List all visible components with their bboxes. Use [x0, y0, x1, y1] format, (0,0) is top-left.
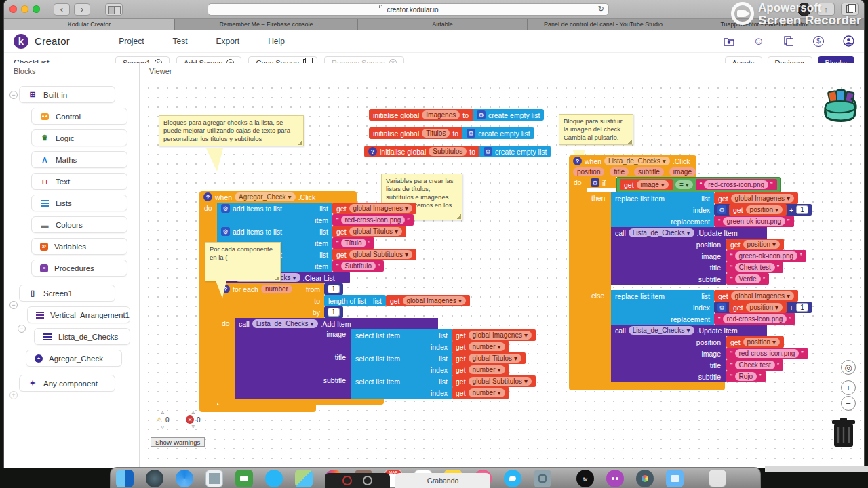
- menu-help[interactable]: Help: [268, 37, 285, 46]
- number-value[interactable]: 1: [796, 205, 808, 214]
- menu-test[interactable]: Test: [172, 37, 187, 46]
- close-window-button[interactable]: [9, 5, 17, 13]
- replace-list-item-block[interactable]: replace list itemlistgetglobal Imagenes▾…: [611, 192, 812, 227]
- variable-dropdown[interactable]: global Titulos▾: [469, 354, 521, 363]
- step-down-icon[interactable]: ▿: [192, 424, 195, 429]
- when-agregar-check-click-block[interactable]: ?whenAgregar_Check▾.Click do ⚙add items …: [199, 191, 536, 412]
- get-block[interactable]: getglobal Imagenes▾: [714, 290, 798, 302]
- variable-name-chip[interactable]: Subtitulos: [429, 147, 467, 156]
- plus-math-block[interactable]: ⚙getposition▾+1: [714, 302, 812, 313]
- mutator-gear-icon[interactable]: ⚙: [221, 204, 230, 213]
- collapse-screen1-icon[interactable]: −: [9, 301, 18, 309]
- variable-dropdown[interactable]: global Imagenes▾: [731, 194, 794, 203]
- forward-button[interactable]: ›: [74, 3, 90, 16]
- component-dropdown[interactable]: Lista_de_Checks▾: [252, 319, 318, 328]
- collapse-arrangement-icon[interactable]: −: [18, 325, 26, 333]
- refresh-icon[interactable]: ↻: [598, 5, 604, 14]
- expand-any-component-icon[interactable]: +: [9, 391, 18, 399]
- event-param-chip[interactable]: subtitle: [634, 167, 664, 176]
- variable-dropdown[interactable]: global Imagenes▾: [349, 204, 412, 213]
- tab-firebase[interactable]: Remember Me – Firebase console: [175, 19, 358, 30]
- mutator-gear-icon[interactable]: ⚙: [221, 227, 230, 236]
- event-param-chip[interactable]: image: [669, 167, 696, 176]
- variable-dropdown[interactable]: number▾: [469, 365, 505, 374]
- sidebar-item-any-component[interactable]: ✦Any component: [19, 375, 115, 392]
- loop-var-chip[interactable]: number: [261, 285, 292, 293]
- sidebar-item-logic[interactable]: ♛Logic: [31, 129, 127, 146]
- help-icon[interactable]: ?: [573, 157, 582, 165]
- sidebar-item-builtin[interactable]: ⊞Built-in: [19, 86, 115, 103]
- string-chip[interactable]: Verde: [735, 274, 761, 283]
- get-block[interactable]: getglobal Imagenes▾: [714, 192, 798, 204]
- dock-twitter-icon[interactable]: [504, 470, 521, 487]
- sidebar-item-text[interactable]: TTText: [31, 173, 127, 190]
- text-string-block[interactable]: “Verde”: [726, 273, 769, 285]
- event-param-chip[interactable]: position: [573, 167, 604, 176]
- sidebar-item-procedures[interactable]: ≡Procedures: [31, 260, 127, 277]
- get-block[interactable]: getposition▾: [729, 204, 787, 216]
- component-dropdown[interactable]: Agregar_Check▾: [235, 192, 296, 201]
- operator-dropdown[interactable]: =▾: [675, 180, 693, 189]
- sidebar-item-lists[interactable]: Lists: [31, 195, 127, 211]
- select-list-item-block[interactable]: select list itemlistgetglobal Titulos▾ i…: [351, 352, 526, 375]
- menu-export[interactable]: Export: [216, 37, 240, 46]
- back-button[interactable]: ‹: [54, 3, 70, 16]
- get-block[interactable]: getposition▾: [726, 239, 784, 250]
- update-item-call-block[interactable]: callLista_de_Checks▾.Update Item positio…: [611, 325, 812, 382]
- get-block[interactable]: getglobal Subtitulos▾: [452, 375, 536, 387]
- collapse-builtin-icon[interactable]: −: [9, 91, 18, 99]
- backpack-icon[interactable]: [821, 86, 859, 127]
- tab-overview-button[interactable]: [841, 3, 859, 16]
- mutator-gear-icon[interactable]: ⚙: [484, 147, 492, 156]
- select-list-item-block[interactable]: select list itemlistgetglobal Imagenes▾ …: [351, 329, 536, 352]
- number-block[interactable]: 1: [324, 306, 343, 318]
- variable-dropdown[interactable]: number▾: [469, 388, 505, 397]
- sidebar-item-vertical-arrangement[interactable]: Vertical_Arrangement1: [27, 306, 130, 323]
- variable-name-chip[interactable]: Titulos: [422, 129, 450, 138]
- variable-dropdown[interactable]: position▾: [746, 303, 783, 312]
- add-items-to-list-block[interactable]: ⚙add items to listlist getglobal Imagene…: [217, 203, 536, 214]
- menu-project[interactable]: Project: [119, 37, 144, 46]
- text-string-block[interactable]: “Check test”: [726, 359, 783, 371]
- dock-facetime-icon[interactable]: [235, 470, 253, 487]
- equals-comparison-block[interactable]: getimage▾ =▾ “red-cross-icon.png”: [616, 177, 781, 192]
- variable-dropdown[interactable]: global Titulos▾: [349, 227, 402, 236]
- dock-maps-icon[interactable]: [295, 470, 313, 487]
- text-string-block[interactable]: “Rojo”: [726, 371, 766, 382]
- add-item-call-block[interactable]: callLista_de_Checks▾.Add Item image sele…: [235, 318, 536, 399]
- tab-youtube-studio[interactable]: Panel de control del canal - YouTube Stu…: [528, 19, 679, 30]
- text-string-block[interactable]: “green-ok-icon.png”: [726, 250, 806, 262]
- dock-messages-icon[interactable]: [265, 470, 283, 487]
- variable-dropdown[interactable]: position▾: [743, 240, 781, 249]
- add-items-to-list-block[interactable]: ⚙add items to listlist getglobal Titulos…: [217, 226, 536, 237]
- init-global-titulos-block[interactable]: initialise globalTitulosto ⚙create empty…: [369, 127, 534, 139]
- update-item-call-block[interactable]: callLista_de_Checks▾.Update Item positio…: [611, 227, 812, 285]
- get-block[interactable]: getglobal Titulos▾: [332, 226, 406, 237]
- help-icon[interactable]: ?: [368, 147, 377, 156]
- mutator-gear-icon[interactable]: ⚙: [477, 110, 486, 119]
- variable-dropdown[interactable]: position▾: [743, 338, 781, 346]
- mutator-gear-icon[interactable]: ⚙: [591, 178, 599, 187]
- dock-utility-icon[interactable]: [636, 470, 654, 487]
- stop-record-button[interactable]: [342, 476, 352, 485]
- tab-kodular[interactable]: Kodular Creator: [4, 19, 175, 30]
- sidebar-item-control[interactable]: Control: [31, 108, 127, 125]
- zoom-in-button[interactable]: +: [841, 380, 856, 395]
- address-bar[interactable]: creator.kodular.io ↻: [208, 3, 609, 16]
- tab-airtable[interactable]: Airtable: [358, 19, 528, 30]
- dock-safari-icon[interactable]: [176, 470, 193, 487]
- dock-system-preferences-icon[interactable]: [534, 470, 551, 487]
- string-chip[interactable]: green-ok-icon.png: [735, 251, 798, 260]
- string-chip[interactable]: Check test: [735, 263, 775, 272]
- text-string-block[interactable]: “red-cross-icon.png”: [714, 313, 795, 325]
- string-chip[interactable]: green-ok-icon.png: [723, 217, 786, 226]
- text-string-block[interactable]: “red-cross-icon.png”: [696, 179, 777, 190]
- sidebar-item-variables[interactable]: x²Variables: [31, 238, 127, 255]
- string-chip[interactable]: Rojo: [735, 372, 757, 381]
- get-block[interactable]: getposition▾: [726, 336, 784, 348]
- get-block[interactable]: getglobal Subtitulos▾: [332, 249, 416, 260]
- text-string-block[interactable]: “red-cross-icon.png”: [332, 214, 414, 226]
- when-lista-de-checks-click-block[interactable]: ?whenLista_de_Checks▾.Click positiontitl…: [569, 155, 812, 390]
- documentation-icon[interactable]: [783, 35, 795, 47]
- tab-appinventor[interactable]: Tuappinventor - Panel de control: [679, 19, 850, 30]
